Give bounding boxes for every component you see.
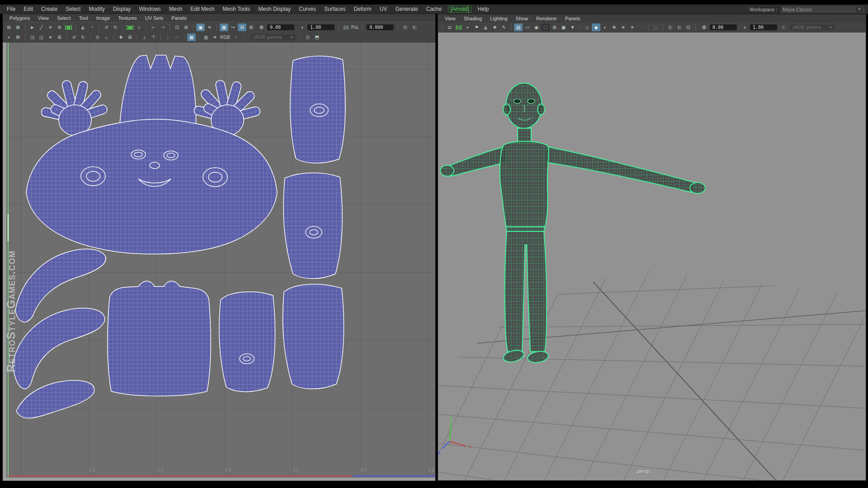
perspective-viewport[interactable]: x y z persp: [438, 33, 866, 480]
align-right-icon[interactable]: ⊣: [158, 23, 167, 31]
isolate-view-icon[interactable]: ⎘: [666, 23, 675, 31]
menu-deform[interactable]: Deform: [349, 5, 375, 13]
uv-menu-tool[interactable]: Tool: [75, 15, 92, 21]
rotate-cw-icon[interactable]: ↻: [79, 33, 87, 41]
menu-cache[interactable]: Cache: [422, 5, 446, 13]
delete-uv-icon[interactable]: ✕: [46, 23, 55, 31]
vp-menu-view[interactable]: View: [441, 15, 460, 22]
menu-arnold[interactable]: [Arnold]: [448, 5, 471, 13]
symmetry-icon[interactable]: [▥]: [64, 23, 73, 31]
menu-help[interactable]: Help: [474, 5, 493, 13]
uv-menu-view[interactable]: View: [34, 15, 53, 21]
move-uv-shell-icon[interactable]: ►: [28, 23, 37, 31]
menu-create[interactable]: Create: [37, 5, 61, 13]
uv-menu-image[interactable]: Image: [92, 15, 114, 21]
vp-menu-renderer[interactable]: Renderer: [532, 15, 561, 22]
uv-exposure-value[interactable]: 0.00: [267, 24, 294, 30]
align-left-icon[interactable]: ⊢: [149, 23, 158, 31]
uv-gamma-dropdown[interactable]: sRGB gamma▼: [251, 34, 296, 40]
pan-zoom-icon[interactable]: ❖: [491, 23, 499, 31]
uv-shell-sleeve-top[interactable]: [290, 56, 345, 163]
shaded-mode-icon[interactable]: ▭: [523, 23, 532, 31]
character-neck[interactable]: [518, 128, 531, 143]
camera-lock-icon[interactable]: [◘]: [454, 23, 463, 31]
uv-menu-select[interactable]: Select: [53, 15, 75, 21]
menu-file[interactable]: File: [3, 5, 19, 13]
image-plane-icon[interactable]: ◭: [481, 23, 490, 31]
vp-exposure-icon[interactable]: ❂: [700, 23, 708, 31]
shadows-icon[interactable]: ◐: [601, 23, 609, 31]
shade-uvs-icon[interactable]: ↪: [229, 23, 237, 31]
alpha-channel-icon[interactable]: ◔: [231, 33, 240, 41]
menu-generate[interactable]: Generate: [391, 5, 422, 13]
character-arm-right[interactable]: [545, 146, 695, 192]
align-bottom-icon[interactable]: ⊥: [140, 33, 149, 41]
orient-shell-icon[interactable]: ⌂: [102, 33, 111, 41]
select-highlight-icon[interactable]: ⬚: [651, 23, 660, 31]
stack-shell-icon[interactable]: ⊞: [55, 33, 64, 41]
image-ratio-icon[interactable]: ⊞: [247, 23, 255, 31]
flip-shell-icon[interactable]: ◳: [28, 33, 37, 41]
straighten-uv-icon[interactable]: ⊙: [93, 33, 102, 41]
vp-menu-lighting[interactable]: Lighting: [486, 15, 512, 22]
uv-contrast-icon[interactable]: ◑: [297, 23, 306, 31]
menu-mesh[interactable]: Mesh: [165, 5, 186, 13]
vp-menu-panels[interactable]: Panels: [561, 15, 585, 22]
uv-lattice-icon[interactable]: ⊞: [5, 23, 13, 31]
uv-exposure-icon[interactable]: ❂: [257, 23, 266, 31]
camera-attributes-icon[interactable]: ⌖: [463, 23, 472, 31]
use-all-lights-icon[interactable]: ◇: [583, 23, 591, 31]
default-lighting-icon[interactable]: ◆: [592, 23, 600, 31]
gamma-icon[interactable]: ⊕: [779, 23, 788, 31]
character-hand-right[interactable]: [690, 183, 705, 193]
explode-shell-icon[interactable]: ✳: [46, 33, 55, 41]
vp-contrast-value[interactable]: 1.00: [750, 24, 777, 30]
uv-shells[interactable]: [13, 55, 345, 418]
uv-shell-torso[interactable]: [108, 281, 211, 396]
pixel-snap-icon[interactable]: ✕: [205, 23, 214, 31]
vp-exposure-value[interactable]: 0.00: [710, 24, 737, 30]
vp-menu-show[interactable]: Show: [512, 15, 533, 22]
unfold-icon[interactable]: ↺: [102, 23, 111, 31]
wire-on-shaded-icon[interactable]: ⊞: [550, 23, 559, 31]
vp-gamma-dropdown[interactable]: sRGB gamma▼: [790, 24, 835, 30]
menu-mesh-tools[interactable]: Mesh Tools: [219, 5, 254, 13]
align-top-icon[interactable]: ⊤: [149, 33, 158, 41]
uv-shell-leg-2[interactable]: [283, 284, 344, 389]
uv-horizontal-scrollbar[interactable]: [3, 478, 435, 481]
coord-readout-icon[interactable]: (x): [342, 23, 350, 31]
vp-menu-shading[interactable]: Shading: [460, 15, 486, 22]
menu-uv[interactable]: UV: [376, 5, 392, 13]
uv-contrast-value[interactable]: 1.00: [307, 24, 335, 30]
character-hand-left[interactable]: [440, 165, 454, 176]
fit-view-icon[interactable]: ⊡: [684, 23, 693, 31]
character-arm-left[interactable]: [450, 146, 507, 176]
menu-display[interactable]: Display: [109, 5, 135, 13]
menu-curves[interactable]: Curves: [295, 5, 320, 13]
uv-menu-textures[interactable]: Textures: [114, 15, 141, 21]
bookmark-icon[interactable]: ⚑: [472, 23, 481, 31]
uv-shell-face[interactable]: [26, 119, 277, 254]
sew-uv-icon[interactable]: ⊜: [55, 23, 64, 31]
menu-mesh-display[interactable]: Mesh Display: [254, 5, 295, 13]
uv-menu-polygons[interactable]: Polygons: [5, 15, 34, 21]
camera-icon[interactable]: ◘: [445, 23, 454, 31]
rotate-uv-icon[interactable]: ◔: [88, 23, 96, 31]
texture-borders-icon[interactable]: ⊟: [238, 23, 246, 31]
menu-surfaces[interactable]: Surfaces: [320, 5, 349, 13]
textured-icon[interactable]: ▣: [559, 23, 568, 31]
xray-icon[interactable]: ▼: [568, 23, 577, 31]
layout-icon[interactable]: [▤]: [126, 23, 134, 31]
uv-shell-sleeve-mid[interactable]: [283, 173, 342, 279]
workspace-dropdown[interactable]: Maya Classic ▼: [780, 5, 865, 14]
texture-grid-icon[interactable]: ▥: [202, 33, 210, 41]
occlusion-icon[interactable]: ❄: [610, 23, 618, 31]
grease-pencil-icon[interactable]: ✎: [500, 23, 508, 31]
character-foot-right[interactable]: [527, 350, 549, 364]
target-weld-icon[interactable]: ⌖: [5, 33, 13, 41]
baked-texture-icon[interactable]: ◌: [240, 33, 249, 41]
uv-canvas[interactable]: 0.10.20.30.40.50.6: [3, 42, 435, 478]
menu-select[interactable]: Select: [61, 5, 85, 13]
tile-view-icon[interactable]: ⬒: [312, 33, 321, 41]
grid-display-icon[interactable]: ▦: [220, 23, 228, 31]
